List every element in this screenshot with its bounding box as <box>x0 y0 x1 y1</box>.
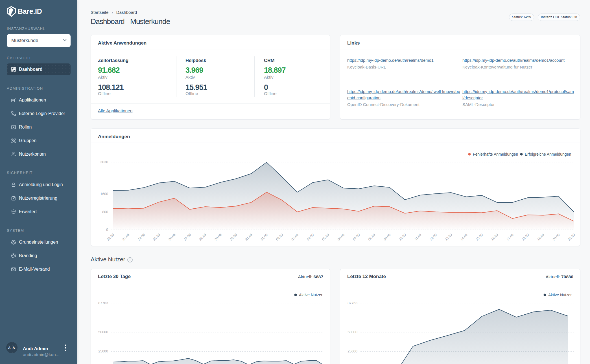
svg-text:30.08: 30.08 <box>229 233 238 241</box>
svg-text:25000: 25000 <box>98 349 108 353</box>
svg-text:50000: 50000 <box>348 330 357 334</box>
svg-text:28.08: 28.08 <box>198 233 207 241</box>
svg-text:10.09: 10.09 <box>398 233 407 241</box>
svg-text:19.09: 19.09 <box>536 233 545 241</box>
svg-text:50000: 50000 <box>98 330 108 334</box>
svg-text:16.09: 16.09 <box>490 233 499 241</box>
svg-text:12.09: 12.09 <box>429 233 438 241</box>
svg-text:01.09: 01.09 <box>260 233 268 241</box>
svg-text:3030: 3030 <box>100 160 108 164</box>
svg-text:0: 0 <box>106 228 108 232</box>
svg-text:06.09: 06.09 <box>336 233 345 241</box>
svg-text:31.08: 31.08 <box>244 233 253 241</box>
svg-text:Fehlerhafte Anmeldungen: Fehlerhafte Anmeldungen <box>473 152 518 156</box>
svg-text:17.09: 17.09 <box>506 233 514 241</box>
svg-text:22.08: 22.08 <box>106 233 115 241</box>
svg-text:87763: 87763 <box>98 301 108 305</box>
svg-text:Aktive Nutzer: Aktive Nutzer <box>548 293 572 297</box>
svg-text:800: 800 <box>102 210 108 214</box>
svg-text:25000: 25000 <box>348 349 357 353</box>
svg-text:11.09: 11.09 <box>414 233 422 241</box>
svg-text:05.09: 05.09 <box>321 233 330 241</box>
svg-text:08.09: 08.09 <box>367 233 376 241</box>
svg-text:03.09: 03.09 <box>290 233 299 241</box>
svg-text:20.09: 20.09 <box>552 233 561 241</box>
svg-text:23.08: 23.08 <box>121 233 130 241</box>
svg-text:25.08: 25.08 <box>152 233 161 241</box>
svg-text:29.08: 29.08 <box>214 233 222 241</box>
svg-text:15.09: 15.09 <box>475 233 484 241</box>
svg-text:07.09: 07.09 <box>352 233 361 241</box>
svg-text:27.08: 27.08 <box>183 233 192 241</box>
svg-text:13.09: 13.09 <box>444 233 453 241</box>
svg-text:1600: 1600 <box>100 192 108 196</box>
svg-text:14.09: 14.09 <box>460 233 468 241</box>
svg-text:18.09: 18.09 <box>521 233 530 241</box>
svg-text:87763: 87763 <box>348 301 357 305</box>
svg-text:02.09: 02.09 <box>275 233 284 241</box>
svg-text:Erfolgreiche Anmeldungen: Erfolgreiche Anmeldungen <box>525 152 571 156</box>
svg-text:26.08: 26.08 <box>168 233 176 241</box>
svg-text:21.09: 21.09 <box>567 233 576 241</box>
svg-text:09.09: 09.09 <box>383 233 392 241</box>
svg-text:04.09: 04.09 <box>306 233 315 241</box>
svg-text:24.08: 24.08 <box>137 233 146 241</box>
svg-text:Aktive Nutzer: Aktive Nutzer <box>299 293 323 297</box>
